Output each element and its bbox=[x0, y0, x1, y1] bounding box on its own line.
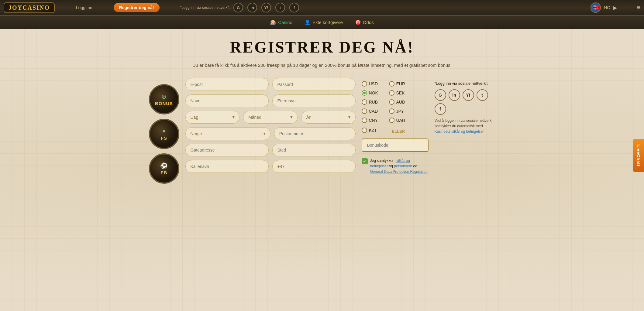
dob-row: Dag ▼ Måned ▼ År ▼ bbox=[185, 111, 356, 124]
uah-radio[interactable] bbox=[389, 118, 394, 123]
casino-terms-link[interactable]: Kasinoets vilkår og betingelser bbox=[435, 129, 484, 134]
usd-radio[interactable] bbox=[362, 81, 367, 87]
currency-aud[interactable]: AUD bbox=[389, 99, 416, 105]
social-tumblr-btn[interactable]: t bbox=[275, 3, 285, 12]
currency-cad[interactable]: CAD bbox=[362, 108, 389, 114]
live-chat-button[interactable]: LiveChatt bbox=[633, 139, 644, 172]
month-select[interactable]: Måned bbox=[243, 111, 298, 124]
currency-rub[interactable]: RUB bbox=[362, 99, 389, 105]
fb-badge-label: FB bbox=[161, 170, 167, 175]
month-select-wrapper: Måned ▼ bbox=[243, 111, 298, 124]
privacy-link[interactable]: personvern bbox=[394, 164, 412, 168]
right-yahoo-btn[interactable]: Y! bbox=[463, 89, 474, 101]
social-google-btn[interactable]: G bbox=[233, 3, 243, 12]
logo[interactable]: JOYCASINO bbox=[4, 2, 55, 13]
currency-uah[interactable]: UAH bbox=[389, 118, 416, 123]
jpy-radio[interactable] bbox=[389, 108, 394, 114]
kzt-radio[interactable] bbox=[362, 128, 367, 133]
bonus-code-section bbox=[362, 138, 429, 156]
currency-row-5: CNY UAH bbox=[362, 118, 429, 123]
register-button[interactable]: Registrer deg nå! bbox=[114, 3, 160, 12]
aud-radio[interactable] bbox=[389, 99, 394, 105]
password-input[interactable] bbox=[272, 78, 356, 91]
right-tumblr-btn[interactable]: t bbox=[477, 89, 488, 101]
rub-label: RUB bbox=[369, 100, 378, 104]
social-yahoo-btn[interactable]: Y! bbox=[261, 3, 271, 12]
fs-icon: ✦ bbox=[161, 128, 167, 135]
country-zip-row: Norge ▼ bbox=[185, 127, 356, 140]
street-input[interactable] bbox=[185, 144, 269, 156]
main-content: REGISTRER DEG NÅ! Du er bare få klikk fr… bbox=[0, 29, 644, 311]
currency-usd[interactable]: USD bbox=[362, 81, 389, 87]
nav-casino[interactable]: 🎰 Casino bbox=[270, 19, 292, 25]
social-terms-text: Ved å logge inn via sosiale nettverk sam… bbox=[435, 118, 492, 128]
year-select[interactable]: År bbox=[301, 111, 356, 124]
nok-label: NOK bbox=[369, 91, 378, 95]
email-input[interactable] bbox=[185, 78, 269, 91]
currency-cny[interactable]: CNY bbox=[362, 118, 389, 123]
cad-radio[interactable] bbox=[362, 108, 367, 114]
rub-radio[interactable] bbox=[362, 99, 367, 105]
right-google-btn[interactable]: G bbox=[435, 89, 446, 101]
currency-sek[interactable]: SEK bbox=[389, 90, 416, 96]
eur-label: EUR bbox=[396, 81, 405, 86]
gdpr-link[interactable]: General Data Protection Regulation bbox=[370, 169, 428, 174]
login-button[interactable]: Logg inn bbox=[73, 4, 95, 11]
oder-label: ELLER bbox=[392, 129, 405, 134]
bonus-plus-icon: ⊕ bbox=[161, 93, 167, 100]
nok-radio[interactable] bbox=[362, 90, 367, 96]
page-title: REGISTRER DEG NÅ! bbox=[6, 38, 638, 56]
right-social-icons: G in Y! t f bbox=[435, 89, 495, 115]
currency-panel: USD EUR NOK SEK bbox=[362, 78, 429, 174]
page-subtitle: Du er bare få klikk fra å aktivere 200 f… bbox=[6, 62, 638, 69]
right-panel: "Logg inn via sosiale nettverk": G in Y!… bbox=[435, 78, 495, 134]
currency-row-1: USD EUR bbox=[362, 81, 429, 87]
social-linkedin-btn[interactable]: in bbox=[247, 3, 257, 12]
country-select-wrapper: Norge ▼ bbox=[185, 127, 270, 140]
currency-row-4: CAD JPY bbox=[362, 108, 429, 114]
form-container: ⊕ BONUS ✦ FS ⚽ FB bbox=[140, 78, 505, 184]
og1: og bbox=[388, 164, 394, 168]
uah-label: UAH bbox=[396, 118, 405, 123]
terms-row: ✓ Jeg samtykker i vilkår og betingelser … bbox=[362, 158, 429, 174]
eur-radio[interactable] bbox=[389, 81, 394, 87]
lastname-input[interactable] bbox=[272, 94, 356, 107]
kzt-label: KZT bbox=[369, 128, 377, 133]
country-select[interactable]: Norge bbox=[185, 127, 270, 140]
bonus-badge[interactable]: ⊕ BONUS bbox=[149, 84, 179, 114]
currency-eur[interactable]: EUR bbox=[389, 81, 416, 87]
nickname-input[interactable] bbox=[185, 160, 269, 173]
nav-dots-mid: · · · bbox=[98, 5, 111, 11]
language-flag[interactable]: 🇳🇴 bbox=[591, 2, 601, 13]
cny-radio[interactable] bbox=[362, 118, 367, 123]
currency-jpy[interactable]: JPY bbox=[389, 108, 416, 114]
registration-form: Dag ▼ Måned ▼ År ▼ bbox=[185, 78, 356, 176]
usd-label: USD bbox=[369, 81, 378, 86]
currency-nok[interactable]: NOK bbox=[362, 90, 389, 96]
day-select[interactable]: Dag bbox=[185, 111, 240, 124]
terms-text: Jeg samtykker i vilkår og betingelser og… bbox=[370, 158, 429, 174]
currency-kzt[interactable]: KZT bbox=[362, 128, 389, 133]
fs-badge-label: FS bbox=[161, 135, 167, 141]
language-dropdown-arrow[interactable]: ▶ bbox=[613, 5, 617, 11]
zipcode-input[interactable] bbox=[274, 127, 356, 140]
sek-radio[interactable] bbox=[389, 90, 394, 96]
nav-casino-label: Casino bbox=[278, 20, 292, 25]
right-facebook-btn[interactable]: f bbox=[435, 103, 446, 115]
hamburger-menu-button[interactable]: ≡ bbox=[636, 4, 640, 12]
phone-input[interactable] bbox=[272, 160, 356, 173]
currency-row-3: RUB AUD bbox=[362, 99, 429, 105]
social-facebook-btn[interactable]: f bbox=[289, 3, 299, 12]
live-dealer-icon: 👤 bbox=[305, 19, 311, 25]
right-linkedin-btn[interactable]: in bbox=[449, 89, 460, 101]
social-label: "Logg inn via sosiale nettverk": bbox=[180, 5, 230, 10]
fb-badge[interactable]: ⚽ FB bbox=[149, 153, 179, 184]
city-input[interactable] bbox=[272, 144, 356, 156]
firstname-input[interactable] bbox=[185, 94, 269, 107]
nav-odds[interactable]: 🎯 Odds bbox=[355, 19, 374, 25]
terms-checkbox[interactable]: ✓ bbox=[362, 158, 368, 164]
jpy-label: JPY bbox=[396, 109, 404, 114]
fs-badge[interactable]: ✦ FS bbox=[149, 119, 179, 149]
bonus-code-input[interactable] bbox=[362, 138, 429, 152]
nav-live-dealer[interactable]: 👤 Ekte kortgivere bbox=[305, 19, 343, 25]
